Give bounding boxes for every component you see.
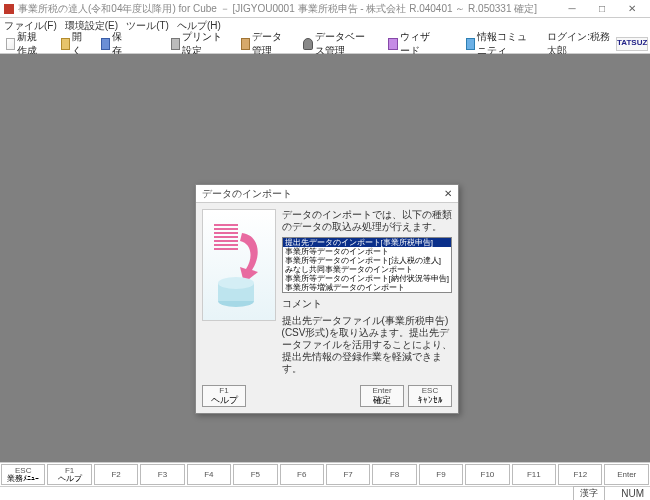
database-icon — [303, 38, 312, 50]
save-icon — [101, 38, 110, 50]
list-item[interactable]: 事業所等データのインポート[法人税の達人] — [283, 256, 451, 265]
printer-icon — [171, 38, 180, 50]
info-icon — [466, 38, 475, 50]
brand-logo: TATSUZ — [616, 37, 648, 51]
fkey-f5[interactable]: F5 — [233, 464, 277, 485]
dialog-close-icon[interactable]: ✕ — [444, 188, 452, 199]
fkey-f6[interactable]: F6 — [280, 464, 324, 485]
help-button[interactable]: F1ヘルプ — [202, 385, 246, 407]
wizard-icon — [388, 38, 397, 50]
fkey-f10[interactable]: F10 — [465, 464, 509, 485]
window-title: 事業所税の達人(令和04年度以降用) for Cube － [JIGYOU000… — [18, 2, 558, 16]
workspace: データのインポート ✕ データのインポートでは、以下の種類のデータの取込み処理が… — [0, 54, 650, 462]
list-item[interactable]: 提出先データのインポート[事業所税申告] — [283, 238, 451, 247]
fkey-f8[interactable]: F8 — [372, 464, 416, 485]
comment-text: 提出先データファイル(事業所税申告)(CSV形式)を取り込みます。提出先データフ… — [282, 315, 452, 375]
app-icon — [4, 4, 14, 14]
new-icon — [6, 38, 15, 50]
maximize-button[interactable]: □ — [588, 1, 616, 17]
fkey-f7[interactable]: F7 — [326, 464, 370, 485]
function-key-bar: ESC業務ﾒﾆｭｰF1ヘルプF2F3F4F5F6F7F8F9F10F11F12E… — [0, 462, 650, 486]
fkey-esc[interactable]: ESC業務ﾒﾆｭｰ — [1, 464, 45, 485]
titlebar: 事業所税の達人(令和04年度以降用) for Cube － [JIGYOU000… — [0, 0, 650, 18]
svg-point-2 — [218, 277, 254, 289]
dialog-title: データのインポート — [202, 187, 292, 201]
fkey-f3[interactable]: F3 — [140, 464, 184, 485]
fkey-f11[interactable]: F11 — [512, 464, 556, 485]
ime-indicator: 漢字 — [573, 486, 605, 500]
fkey-f2[interactable]: F2 — [94, 464, 138, 485]
import-type-list[interactable]: 提出先データのインポート[事業所税申告]事業所等データのインポート事業所等データ… — [282, 237, 452, 293]
fkey-f12[interactable]: F12 — [558, 464, 602, 485]
dialog-illustration — [202, 209, 276, 321]
list-item[interactable]: 納付状況等データのインポート — [283, 292, 451, 293]
comment-label: コメント — [282, 297, 452, 311]
statusbar: 漢字 NUM — [0, 486, 650, 500]
minimize-button[interactable]: ─ — [558, 1, 586, 17]
list-item[interactable]: みなし共同事業データのインポート — [283, 265, 451, 274]
ok-button[interactable]: Enter確定 — [360, 385, 404, 407]
fkey-f4[interactable]: F4 — [187, 464, 231, 485]
list-item[interactable]: 事業所等データのインポート[納付状況等申告] — [283, 274, 451, 283]
menu-tool[interactable]: ツール(T) — [126, 19, 169, 33]
list-item[interactable]: 事業所等データのインポート — [283, 247, 451, 256]
dialog-titlebar: データのインポート ✕ — [196, 185, 458, 203]
data-icon — [241, 38, 250, 50]
list-item[interactable]: 事業所等増減データのインポート — [283, 283, 451, 292]
fkey-f9[interactable]: F9 — [419, 464, 463, 485]
fkey-enter[interactable]: Enter — [604, 464, 648, 485]
dialog-description: データのインポートでは、以下の種類のデータの取込み処理が行えます。 — [282, 209, 452, 233]
cancel-button[interactable]: ESCｷｬﾝｾﾙ — [408, 385, 452, 407]
numlock-indicator: NUM — [621, 488, 644, 499]
open-icon — [61, 38, 70, 50]
fkey-f1[interactable]: F1ヘルプ — [47, 464, 91, 485]
close-button[interactable]: ✕ — [618, 1, 646, 17]
toolbar: 新規作成 開く 保存 プリント設定 データ管理 データベース管理 ウィザード 情… — [0, 34, 650, 54]
import-dialog: データのインポート ✕ データのインポートでは、以下の種類のデータの取込み処理が… — [195, 184, 459, 414]
